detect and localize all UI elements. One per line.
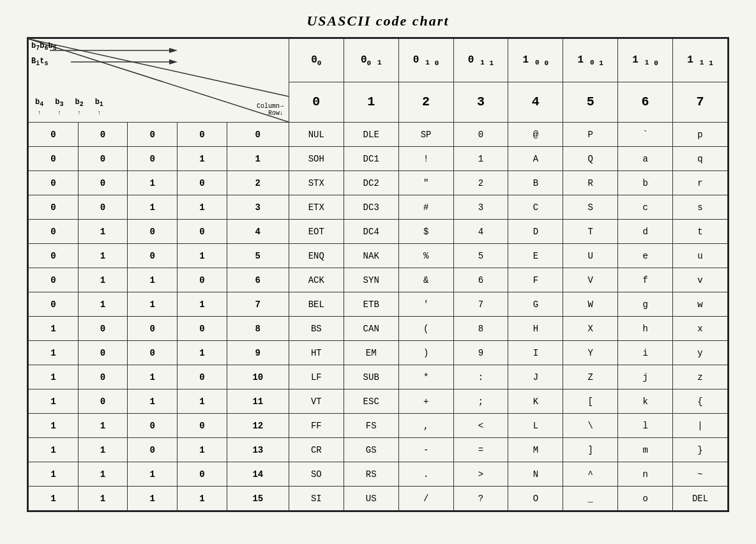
char-col-1: SUB — [344, 365, 398, 389]
char-col-6: o — [618, 487, 673, 511]
char-col-1: US — [344, 487, 398, 511]
char-col-0: EOT — [289, 220, 344, 244]
bit-1-value: 1 — [29, 341, 79, 365]
bit-2-value: 0 — [78, 341, 128, 365]
char-col-0: LF — [289, 365, 344, 389]
bit-2-value: 1 — [78, 487, 128, 511]
bit-4-value: 1 — [178, 389, 227, 414]
bit-2-value: 1 — [78, 462, 128, 487]
char-col-2: " — [398, 171, 453, 195]
char-col-1: EM — [344, 341, 398, 365]
char-col-0: HT — [289, 341, 344, 365]
char-col-5: V — [563, 268, 618, 292]
char-col-2: . — [398, 462, 453, 487]
char-col-3: ; — [453, 389, 508, 414]
table-row: 00113ETXDC3#3CScs — [29, 195, 728, 220]
bit-1-value: 0 — [29, 171, 79, 195]
bit-1-value: 0 — [29, 220, 79, 244]
char-col-2: # — [398, 195, 453, 220]
char-col-5: Z — [563, 365, 618, 389]
bit-2-value: 1 — [78, 220, 128, 244]
char-col-5: R — [563, 171, 618, 195]
row-number: 0 — [227, 123, 289, 147]
row-number: 12 — [227, 414, 289, 438]
bit-1-value: 0 — [29, 244, 79, 268]
char-col-6: g — [618, 292, 673, 317]
col-num-5: 5 — [563, 82, 618, 122]
bit-1-value: 0 — [29, 292, 79, 317]
bit-4-value: 0 — [178, 171, 227, 195]
b5-label: Bits — [31, 57, 48, 67]
b76-label: b7b6b5 — [31, 42, 57, 52]
char-col-4: B — [508, 171, 563, 195]
bit-2-value: 1 — [78, 292, 128, 317]
bit-4-value: 1 — [178, 341, 227, 365]
bit-3-value: 1 — [128, 292, 178, 317]
char-col-6: h — [618, 317, 673, 341]
char-col-5: P — [563, 123, 618, 147]
char-col-5: _ — [563, 487, 618, 511]
bit-3-value: 0 — [128, 438, 178, 462]
col-header-7-top: 1 1 1 — [673, 39, 728, 82]
char-col-0: ACK — [289, 268, 344, 292]
bit-4-value: 1 — [178, 292, 227, 317]
b3-label: b3↑ — [55, 98, 63, 117]
col-header-3-top: 0 1 1 — [453, 39, 508, 82]
table-row: 101010LFSUB*:JZjz — [29, 365, 728, 389]
svg-marker-5 — [169, 59, 178, 64]
col-header-4-top: 1 0 0 — [508, 39, 563, 82]
char-col-6: f — [618, 268, 673, 292]
char-col-5: ^ — [563, 462, 618, 487]
char-col-4: K — [508, 389, 563, 414]
char-col-7: } — [673, 438, 728, 462]
row-number: 13 — [227, 438, 289, 462]
char-col-2: - — [398, 438, 453, 462]
char-col-3: 0 — [453, 123, 508, 147]
table-row: 00000NULDLESP0@P`p — [29, 123, 728, 147]
table-row: 110012FFFS,<L\l| — [29, 414, 728, 438]
page-title: USASCII code chart — [27, 13, 729, 29]
bit-4-value: 0 — [178, 123, 227, 147]
char-col-6: n — [618, 462, 673, 487]
bit-3-value: 1 — [128, 268, 178, 292]
table-wrapper: b7b6b5 Bits b4↑ b3↑ b2↑ b1↑ Column→Row↓ — [27, 37, 729, 512]
table-row: 00011SOHDC1!1AQaq — [29, 147, 728, 171]
char-col-5: T — [563, 220, 618, 244]
char-col-5: \ — [563, 414, 618, 438]
char-col-1: FS — [344, 414, 398, 438]
char-col-6: i — [618, 341, 673, 365]
char-col-0: NUL — [289, 123, 344, 147]
char-col-2: ! — [398, 147, 453, 171]
char-col-7: s — [673, 195, 728, 220]
bit-1-value: 1 — [29, 487, 79, 511]
col-num-7: 7 — [673, 82, 728, 122]
char-col-7: y — [673, 341, 728, 365]
char-col-5: [ — [563, 389, 618, 414]
bit-2-value: 1 — [78, 244, 128, 268]
bit-4-value: 0 — [178, 414, 227, 438]
table-row: 110113CRGS-=M]m} — [29, 438, 728, 462]
char-col-0: VT — [289, 389, 344, 414]
char-col-1: SYN — [344, 268, 398, 292]
bit-1-value: 1 — [29, 414, 79, 438]
table-row: 10008BSCAN(8HXhx — [29, 317, 728, 341]
row-number: 15 — [227, 487, 289, 511]
char-col-1: ETB — [344, 292, 398, 317]
row-number: 1 — [227, 147, 289, 171]
bit-4-value: 0 — [178, 220, 227, 244]
char-col-6: d — [618, 220, 673, 244]
bit-1-value: 1 — [29, 389, 79, 414]
bit-3-value: 1 — [128, 462, 178, 487]
char-col-4: F — [508, 268, 563, 292]
row-number: 3 — [227, 195, 289, 220]
char-col-6: l — [618, 414, 673, 438]
char-col-4: H — [508, 317, 563, 341]
char-col-6: a — [618, 147, 673, 171]
char-col-6: ` — [618, 123, 673, 147]
char-col-4: E — [508, 244, 563, 268]
char-col-6: k — [618, 389, 673, 414]
bit-4-value: 0 — [178, 268, 227, 292]
char-col-5: S — [563, 195, 618, 220]
char-col-7: q — [673, 147, 728, 171]
char-col-7: z — [673, 365, 728, 389]
